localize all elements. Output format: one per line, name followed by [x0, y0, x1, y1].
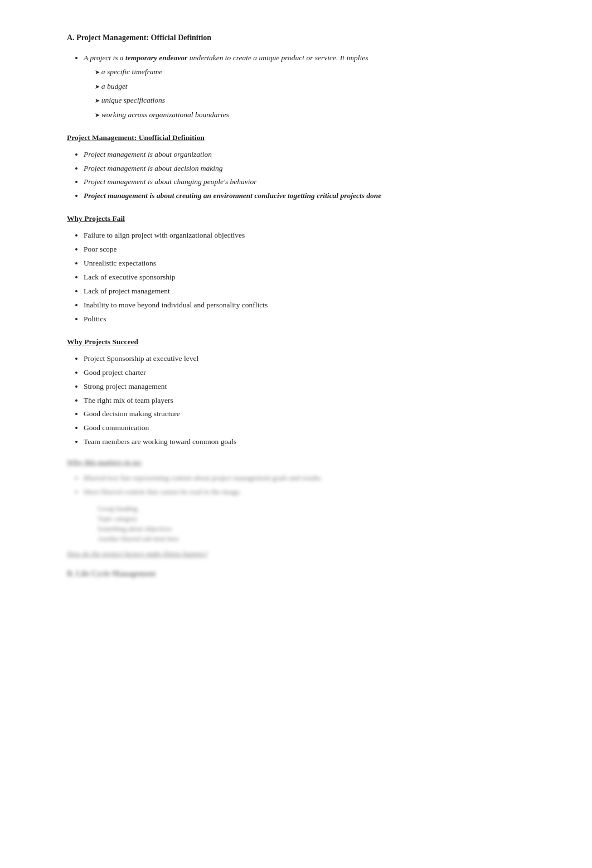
why-succeed-list: Project Sponsorship at executive level G…: [84, 353, 547, 448]
why-succeed-heading: Why Projects Succeed: [67, 337, 547, 346]
section-a-heading: A. Project Management: Official Definiti…: [67, 33, 547, 42]
fail-item-7: Politics: [84, 314, 547, 325]
fail-item-2: Poor scope: [84, 244, 547, 255]
why-fail-heading: Why Projects Fail: [67, 214, 547, 223]
blurred-sub-2: Topic category: [98, 514, 547, 524]
unofficial-item-2: Project management is about decision mak…: [84, 163, 547, 175]
unofficial-item-1: Project management is about organization: [84, 149, 547, 161]
succeed-item-5: Good decision making structure: [84, 408, 547, 420]
unofficial-definition-heading: Project Management: Unofficial Definitio…: [67, 133, 547, 142]
official-definition-item: A project is a temporary endeavor undert…: [84, 52, 547, 121]
fail-item-5: Lack of project management: [84, 286, 547, 297]
sub-item-budget: a budget: [95, 80, 547, 93]
succeed-item-1: Project Sponsorship at executive level: [84, 353, 547, 365]
unofficial-item-4-em: Project management is about creating an …: [84, 191, 294, 200]
succeed-item-4: The right mix of team players: [84, 395, 547, 407]
why-fail-list: Failure to align project with organizati…: [84, 230, 547, 325]
official-definition-sub-list: a specific timeframe a budget unique spe…: [95, 66, 547, 120]
blurred-sub-3: Something about objectives: [98, 524, 547, 534]
blurred-bullet-1: Blurred text line representing content a…: [84, 472, 547, 484]
fail-item-3: Unrealistic expectations: [84, 258, 547, 269]
succeed-item-3: Strong project management: [84, 381, 547, 393]
official-definition-list: A project is a temporary endeavor undert…: [84, 52, 547, 121]
section-b-heading: B. Life Cycle Management: [67, 570, 547, 578]
succeed-item-2: Good project charter: [84, 367, 547, 379]
fail-item-4: Lack of executive sponsorship: [84, 272, 547, 283]
temporary-endeavor-bold: temporary endeavor: [125, 54, 187, 62]
intro-text-part1: A project is a: [84, 54, 125, 62]
section-a-label: A. Project Management: Official Definiti…: [67, 33, 211, 42]
sub-item-specifications: unique specifications: [95, 94, 547, 107]
unofficial-item-4-suffix: getting critical projects done: [294, 191, 382, 200]
fail-item-1: Failure to align project with organizati…: [84, 230, 547, 242]
succeed-item-7: Team members are working toward common g…: [84, 436, 547, 448]
blurred-subsection: How do the project factors make things h…: [67, 549, 547, 558]
intro-text-part2: undertaken to create a unique product or…: [187, 54, 368, 62]
unofficial-item-4: Project management is about creating an …: [84, 190, 547, 202]
sub-item-timeframe: a specific timeframe: [95, 66, 547, 78]
blurred-sub-1: Group heading: [98, 504, 547, 514]
blurred-section: Why this matters to us: Blurred text lin…: [67, 458, 547, 558]
unofficial-definition-list: Project management is about organization…: [84, 149, 547, 202]
blurred-sub-4: Another blurred sub-item here: [98, 534, 547, 544]
sub-item-organizational: working across organizational boundaries: [95, 109, 547, 121]
fail-item-6: Inability to move beyond individual and …: [84, 300, 547, 311]
unofficial-item-4-bold: Project management is about creating an …: [84, 191, 381, 200]
blurred-bullet-2: More blurred content that cannot be read…: [84, 486, 547, 498]
unofficial-item-3: Project management is about changing peo…: [84, 176, 547, 188]
blurred-heading: Why this matters to us:: [67, 458, 547, 467]
succeed-item-6: Good communication: [84, 422, 547, 434]
